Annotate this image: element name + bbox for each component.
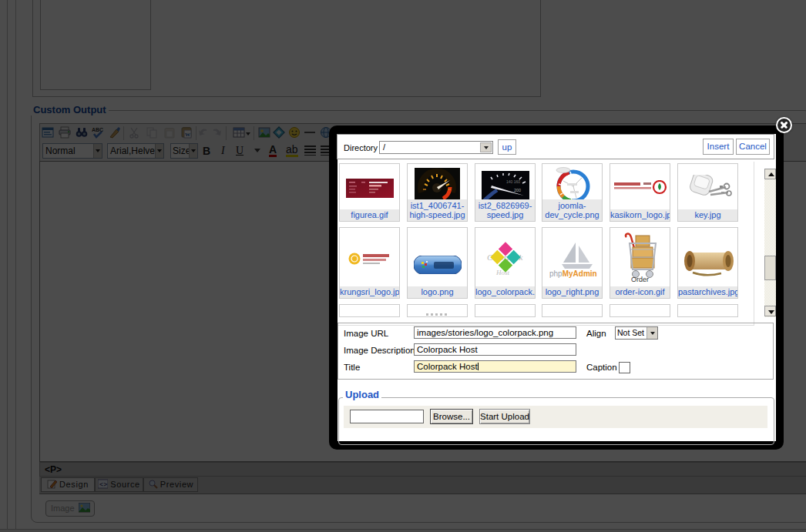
svg-text:200: 200 [514,188,521,192]
svg-text:Order: Order [631,276,649,283]
svg-text:phpMyAdmin: phpMyAdmin [549,269,597,278]
svg-text:140 160: 140 160 [506,179,520,184]
svg-text:Host: Host [495,269,510,276]
